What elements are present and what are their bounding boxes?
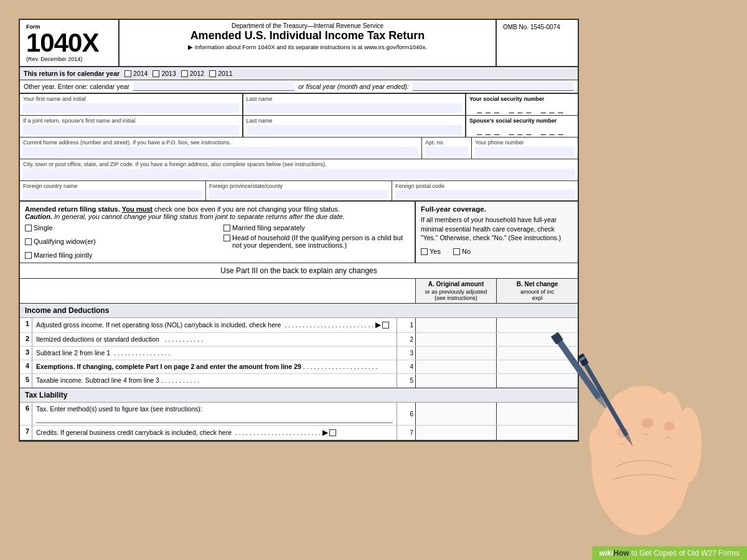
label-yes: Yes bbox=[430, 248, 441, 255]
line-2-col-b[interactable] bbox=[497, 333, 578, 346]
other-year-label: Other year. Enter one: calendar year bbox=[24, 83, 129, 90]
year-label: This return is for calendar year bbox=[24, 70, 120, 77]
business-text: business bbox=[90, 429, 115, 436]
svg-point-3 bbox=[591, 386, 691, 535]
svg-point-5 bbox=[630, 386, 665, 479]
line-6-col-b[interactable] bbox=[497, 403, 578, 426]
label-no: No bbox=[462, 248, 471, 255]
filing-single[interactable]: Single bbox=[25, 224, 211, 231]
cb-widow[interactable] bbox=[25, 238, 32, 245]
spouse-first-label: If a joint return, spouse's first name a… bbox=[23, 118, 239, 124]
rev-note: (Rev. December 2014) bbox=[26, 56, 112, 62]
line-1-col-a[interactable] bbox=[416, 318, 497, 332]
caution-text: In general, you cannot change your filin… bbox=[54, 213, 345, 220]
foreign-country-input[interactable] bbox=[23, 190, 202, 198]
city-input[interactable] bbox=[23, 169, 575, 179]
full-year-yes[interactable]: Yes bbox=[421, 248, 441, 255]
svg-rect-15 bbox=[580, 357, 586, 362]
foreign-province-input[interactable] bbox=[209, 190, 388, 198]
form-header: Form 1040X (Rev. December 2014) Departme… bbox=[20, 20, 578, 67]
col-b-sub: amount of inc bbox=[499, 289, 575, 295]
line-2-col-a[interactable] bbox=[416, 333, 497, 346]
cb-single[interactable] bbox=[25, 225, 32, 231]
label-head-household: Head of household (If the qualifying per… bbox=[232, 234, 410, 249]
filing-married-sep[interactable]: Married filing separately bbox=[223, 224, 410, 231]
part3-text: Use Part III on the back to explain any … bbox=[220, 266, 377, 275]
spouse-last-input[interactable] bbox=[247, 125, 463, 135]
year-2011[interactable]: 2011 bbox=[209, 70, 232, 77]
label-married-joint: Married filing jointly bbox=[34, 251, 92, 259]
checkbox-2011[interactable] bbox=[209, 70, 216, 77]
filing-widow[interactable]: Qualifying widow(er) bbox=[25, 234, 211, 249]
cb-nol[interactable] bbox=[382, 322, 389, 329]
year-2012-label: 2012 bbox=[190, 70, 204, 77]
line-5-num: 5 bbox=[20, 374, 32, 388]
filing-section: Amended return filing status. You must c… bbox=[20, 202, 578, 263]
line-7-col-a[interactable] bbox=[416, 426, 497, 440]
col-b-header: B. Net change amount of inc expl bbox=[497, 279, 578, 303]
part3-row: Use Part III on the back to explain any … bbox=[20, 263, 578, 279]
label-widow: Qualifying widow(er) bbox=[34, 238, 96, 245]
or-text: or fiscal year (month and year ended): bbox=[298, 83, 408, 90]
apt-input[interactable] bbox=[425, 147, 468, 157]
cb-yes[interactable] bbox=[421, 248, 428, 255]
omb-number: OMB No. 1545-0074 bbox=[503, 24, 560, 30]
line-3-col-b[interactable] bbox=[497, 347, 578, 360]
year-2014[interactable]: 2014 bbox=[125, 70, 148, 77]
line-5-col-a[interactable] bbox=[416, 374, 497, 388]
line-7-col-b[interactable] bbox=[497, 426, 578, 440]
wiki-text: wiki bbox=[599, 549, 614, 558]
filing-head-household[interactable]: Head of household (If the qualifying per… bbox=[223, 234, 410, 249]
line-4-col-a[interactable] bbox=[416, 360, 497, 373]
line-2-row: 2 Itemized deductions or standard deduct… bbox=[20, 333, 578, 347]
fiscal-year-input[interactable] bbox=[413, 82, 574, 91]
svg-point-6 bbox=[654, 392, 685, 479]
line-3-num: 3 bbox=[20, 347, 32, 360]
spouse-last-cell: Last name bbox=[243, 116, 466, 137]
checkbox-2012[interactable] bbox=[181, 70, 188, 77]
svg-rect-12 bbox=[581, 359, 629, 437]
cb-no[interactable] bbox=[453, 248, 460, 255]
cb-head-household[interactable] bbox=[223, 235, 230, 241]
year-row: This return is for calendar year 2014 20… bbox=[20, 67, 578, 80]
city-row: City, town or post office, state, and ZI… bbox=[20, 159, 578, 181]
checkbox-2014[interactable] bbox=[125, 70, 131, 77]
address-input[interactable] bbox=[23, 147, 418, 157]
line-4-ref: 4 bbox=[397, 360, 416, 373]
spouse-first-input[interactable] bbox=[23, 125, 239, 135]
line-7-row: 7 Credits. If general business credit ca… bbox=[20, 426, 578, 440]
foreign-postal-input[interactable] bbox=[395, 190, 575, 198]
spouse-ssn-cell: Spouse's social security number ___ ___ … bbox=[466, 116, 578, 137]
line-1-num: 1 bbox=[20, 318, 32, 332]
line-6-col-a[interactable] bbox=[416, 403, 497, 426]
spouse-first-cell: If a joint return, spouse's first name a… bbox=[20, 116, 243, 137]
income-section: Income and Deductions 1 Adjusted gross i… bbox=[20, 304, 578, 388]
other-year-input[interactable] bbox=[133, 82, 294, 91]
columns-header: A. Original amount or as previously adju… bbox=[20, 279, 578, 304]
svg-point-10 bbox=[641, 418, 654, 428]
first-name-input[interactable] bbox=[23, 103, 239, 113]
tax-header: Tax Liability bbox=[20, 388, 578, 403]
col-a-header: A. Original amount or as previously adju… bbox=[416, 279, 497, 303]
phone-cell: Your phone number bbox=[472, 138, 578, 159]
last-name-input[interactable] bbox=[247, 103, 463, 113]
line-3-col-a[interactable] bbox=[416, 347, 497, 360]
line-1-col-b[interactable] bbox=[497, 318, 578, 332]
full-year-no[interactable]: No bbox=[453, 248, 471, 255]
cb-married-joint[interactable] bbox=[25, 252, 32, 259]
cb-biz-credit[interactable] bbox=[329, 429, 336, 436]
year-2012[interactable]: 2012 bbox=[181, 70, 204, 77]
line-5-col-b[interactable] bbox=[497, 374, 578, 388]
address-label: Current home address (number and street)… bbox=[23, 139, 418, 146]
filing-married-joint[interactable]: Married filing jointly bbox=[25, 251, 211, 259]
form-1040x: Form 1040X (Rev. December 2014) Departme… bbox=[19, 19, 579, 442]
line-4-col-b[interactable] bbox=[497, 360, 578, 373]
line-5-row: 5 Taxable income. Subtract line 4 from l… bbox=[20, 374, 578, 388]
other-year-row: Other year. Enter one: calendar year or … bbox=[20, 80, 578, 94]
year-2013[interactable]: 2013 bbox=[153, 70, 176, 77]
phone-input[interactable] bbox=[475, 147, 575, 157]
checkbox-2013[interactable] bbox=[153, 70, 159, 77]
svg-point-9 bbox=[616, 427, 629, 437]
last-name-label: Last name bbox=[247, 96, 463, 102]
cb-married-sep[interactable] bbox=[223, 225, 230, 231]
